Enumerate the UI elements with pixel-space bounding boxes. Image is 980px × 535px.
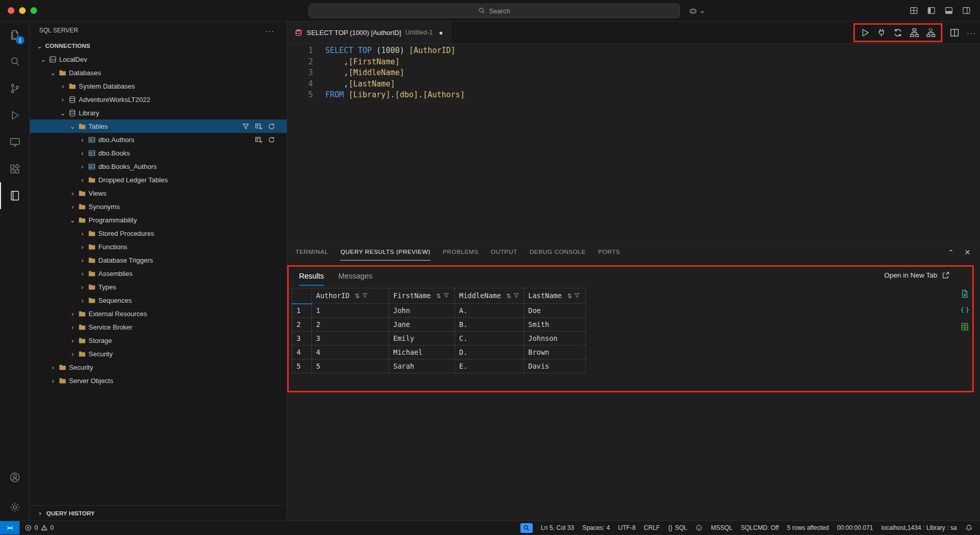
result-row[interactable]: 22JaneB.Smith: [292, 318, 586, 332]
cursor-position-status[interactable]: Ln 5, Col 33: [541, 524, 574, 531]
customize-layout-icon[interactable]: [909, 6, 918, 15]
result-cell[interactable]: Davis: [524, 359, 586, 373]
tree-item-programmability[interactable]: ⌄Programmability: [30, 213, 287, 227]
query-history-section-header[interactable]: › QUERY HISTORY: [30, 505, 287, 521]
chevron-right-icon[interactable]: ›: [49, 364, 57, 371]
activity-remote-explorer[interactable]: [0, 129, 29, 156]
tree-item-localdev[interactable]: ⌄LocalDev: [30, 53, 287, 66]
filter-icon[interactable]: [362, 292, 368, 300]
maximize-panel-icon[interactable]: ⌃: [948, 248, 954, 256]
query-duration-status[interactable]: 00:00:00.071: [837, 524, 873, 531]
result-cell[interactable]: Jane: [389, 318, 455, 332]
result-cell[interactable]: Doe: [524, 304, 586, 318]
column-header-authorid[interactable]: AuthorID⇅: [312, 288, 389, 304]
remote-indicator[interactable]: ><: [0, 521, 20, 534]
activity-run-debug[interactable]: [0, 102, 29, 129]
filter-icon[interactable]: [242, 123, 250, 130]
panel-tab-debug-console[interactable]: DEBUG CONSOLE: [530, 244, 586, 261]
tree-item-dbo-authors[interactable]: ›dbo.Authors: [30, 133, 287, 146]
activity-explorer[interactable]: 1: [0, 22, 29, 48]
tree-item-adventureworkslt2022[interactable]: ›AdventureWorksLT2022: [30, 93, 287, 106]
result-row[interactable]: 44MichaelD.Brown: [292, 346, 586, 359]
toggle-panel-icon[interactable]: [944, 6, 953, 15]
tree-item-server-objects[interactable]: ›Server Objects: [30, 374, 287, 387]
editor-more-actions-icon[interactable]: ···: [967, 28, 976, 37]
chevron-down-icon[interactable]: ⌄: [59, 110, 67, 116]
chevron-right-icon[interactable]: ›: [78, 136, 86, 143]
row-number-cell[interactable]: 1: [292, 304, 312, 318]
activity-accounts[interactable]: [0, 464, 29, 491]
result-cell[interactable]: E.: [455, 359, 524, 373]
chevron-right-icon[interactable]: ›: [78, 257, 86, 264]
activity-extensions[interactable]: [0, 156, 29, 182]
chevron-right-icon[interactable]: ›: [68, 351, 77, 357]
actual-plan-button[interactable]: [926, 28, 936, 38]
tree-item-library[interactable]: ⌄Library: [30, 106, 287, 119]
toggle-secondary-sidebar-icon[interactable]: [962, 6, 971, 15]
chevron-right-icon[interactable]: ›: [59, 96, 67, 103]
column-header-firstname[interactable]: FirstName⇅: [389, 288, 455, 304]
sort-icon[interactable]: ⇅: [436, 292, 441, 300]
chevron-right-icon[interactable]: ›: [78, 284, 86, 290]
chevron-right-icon[interactable]: ›: [78, 270, 86, 277]
connection-status[interactable]: localhost,1434 : Library : sa: [881, 524, 957, 531]
chevron-right-icon[interactable]: ›: [68, 310, 77, 317]
results-tab-messages[interactable]: Messages: [338, 267, 372, 286]
row-number-cell[interactable]: 4: [292, 346, 312, 359]
column-header-lastname[interactable]: LastName⇅: [524, 288, 586, 304]
indentation-status[interactable]: Spaces: 4: [582, 524, 609, 531]
run-query-button[interactable]: [860, 28, 870, 38]
chevron-right-icon[interactable]: ›: [68, 324, 77, 331]
activity-settings[interactable]: [0, 494, 29, 521]
result-cell[interactable]: B.: [455, 318, 524, 332]
encoding-status[interactable]: UTF-8: [618, 524, 636, 531]
panel-tab-output[interactable]: OUTPUT: [491, 244, 517, 261]
table-plus-icon[interactable]: [255, 136, 262, 144]
panel-tab-terminal[interactable]: TERMINAL: [295, 244, 328, 261]
chevron-right-icon[interactable]: ›: [68, 337, 77, 344]
copilot-button[interactable]: ⌄: [689, 6, 705, 15]
panel-tab-ports[interactable]: PORTS: [598, 244, 620, 261]
result-cell[interactable]: Brown: [524, 346, 586, 359]
chevron-right-icon[interactable]: ›: [78, 230, 86, 237]
result-cell[interactable]: Emily: [389, 332, 455, 346]
connections-section-header[interactable]: ⌄ CONNECTIONS: [30, 39, 287, 53]
chevron-right-icon[interactable]: ›: [78, 177, 86, 183]
result-cell[interactable]: 4: [312, 346, 389, 359]
estimated-plan-button[interactable]: [909, 28, 919, 38]
grid-corner-cell[interactable]: [292, 288, 312, 304]
refresh-icon[interactable]: [268, 123, 275, 130]
row-number-cell[interactable]: 3: [292, 332, 312, 346]
tree-item-external-resources[interactable]: ›External Resources: [30, 307, 287, 320]
result-cell[interactable]: Sarah: [389, 359, 455, 373]
sort-icon[interactable]: ⇅: [506, 292, 511, 300]
open-in-new-tab-button[interactable]: Open in New Tab: [884, 271, 950, 279]
minimize-window-button[interactable]: [19, 7, 26, 14]
tree-item-synonyms[interactable]: ›Synonyms: [30, 200, 287, 213]
result-cell[interactable]: A.: [455, 304, 524, 318]
modified-dot-icon[interactable]: ●: [439, 29, 443, 37]
toggle-sidebar-icon[interactable]: [927, 6, 936, 15]
column-header-middlename[interactable]: MiddleName⇅: [455, 288, 524, 304]
result-row[interactable]: 11JohnA.Doe: [292, 304, 586, 318]
chevron-right-icon[interactable]: ›: [78, 297, 86, 304]
refresh-icon[interactable]: [268, 136, 275, 144]
chevron-right-icon[interactable]: ›: [59, 83, 67, 90]
activity-search[interactable]: [0, 48, 29, 75]
row-number-cell[interactable]: 2: [292, 318, 312, 332]
panel-tab-problems[interactable]: PROBLEMS: [443, 244, 478, 261]
tree-item-security[interactable]: ›Security: [30, 347, 287, 360]
split-editor-button[interactable]: [950, 28, 959, 38]
chevron-down-icon[interactable]: ⌄: [68, 217, 77, 223]
command-center-search[interactable]: Search: [308, 4, 680, 18]
chevron-down-icon[interactable]: ⌄: [68, 123, 77, 130]
tree-item-database-triggers[interactable]: ›Database Triggers: [30, 253, 287, 267]
chevron-right-icon[interactable]: ›: [78, 163, 86, 170]
tree-item-stored-procedures[interactable]: ›Stored Procedures: [30, 227, 287, 240]
tree-item-tables[interactable]: ⌄Tables: [30, 119, 287, 133]
eol-status[interactable]: CRLF: [644, 524, 660, 531]
tree-item-sequences[interactable]: ›Sequences: [30, 294, 287, 307]
sqlcmd-status[interactable]: SQLCMD: Off: [741, 524, 779, 531]
row-number-cell[interactable]: 5: [292, 359, 312, 373]
result-row[interactable]: 33EmilyC.Johnson: [292, 332, 586, 346]
